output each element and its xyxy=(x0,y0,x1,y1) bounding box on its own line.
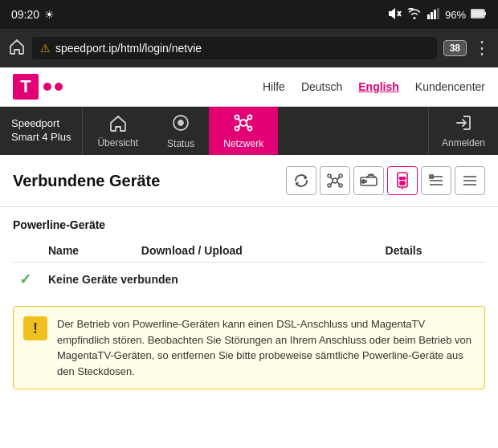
nav-netzwerk-label: Netzwerk xyxy=(223,138,263,149)
telekom-logo: T xyxy=(13,74,63,100)
browser-bar: ⚠ speedport.ip/html/login/netvie 38 ⋮ xyxy=(0,29,498,67)
svg-line-18 xyxy=(239,124,240,128)
telekom-dots xyxy=(43,83,63,91)
address-text: speedport.ip/html/login/netvie xyxy=(55,42,202,55)
warning-icon: ! xyxy=(23,316,47,340)
svg-rect-3 xyxy=(431,12,433,19)
telekom-t-icon: T xyxy=(13,74,39,100)
svg-rect-2 xyxy=(427,14,430,19)
check-icon-cell: ✓ xyxy=(13,263,42,297)
status-nav-icon xyxy=(171,113,190,136)
no-devices-cell: Keine Geräte verbunden xyxy=(42,263,485,297)
weather-icon: ☀ xyxy=(44,8,55,21)
svg-line-28 xyxy=(337,182,340,185)
battery-status: 96% xyxy=(445,9,466,21)
netzwerk-nav-icon xyxy=(233,113,254,136)
router-nav: Speedport Smart 4 Plus Übersicht Status xyxy=(0,107,498,155)
nav-netzwerk[interactable]: Netzwerk xyxy=(209,107,278,155)
status-right: 96% xyxy=(387,7,487,22)
powerline-table: Name Download / Upload Details ✓ Keine G… xyxy=(13,239,485,296)
address-bar[interactable]: ⚠ speedport.ip/html/login/netvie xyxy=(32,37,437,59)
nav-status-label: Status xyxy=(167,138,194,149)
powerline-section: Powerline-Geräte Name Download / Upload … xyxy=(0,207,498,296)
nav-ubersicht[interactable]: Übersicht xyxy=(83,107,153,155)
router-brand-text: Speedport Smart 4 Plus xyxy=(11,117,71,145)
nav-kundencenter[interactable]: Kundencenter xyxy=(415,80,485,93)
no-devices-label: Keine Geräte verbunden xyxy=(48,273,178,286)
svg-point-20 xyxy=(333,178,337,183)
svg-point-21 xyxy=(328,174,331,177)
svg-rect-7 xyxy=(471,10,484,17)
svg-point-11 xyxy=(240,120,247,126)
svg-point-24 xyxy=(339,184,342,187)
nav-ubersicht-label: Übersicht xyxy=(97,137,138,149)
mute-icon xyxy=(387,7,402,22)
warning-box: ! Der Betrieb von Powerline-Geräten kann… xyxy=(13,306,485,389)
svg-rect-30 xyxy=(362,180,365,183)
col-name-header: Name xyxy=(42,239,135,263)
home-nav-icon xyxy=(108,114,128,136)
refresh-btn[interactable] xyxy=(286,166,316,195)
check-icon: ✓ xyxy=(19,271,31,287)
tab-count[interactable]: 38 xyxy=(443,40,467,56)
col-icon-header xyxy=(13,239,42,263)
svg-point-22 xyxy=(339,174,342,177)
time: 09:20 xyxy=(11,8,39,21)
router-btn[interactable] xyxy=(353,166,384,195)
section-header: Verbundene Geräte xyxy=(0,155,498,207)
browser-home-icon[interactable] xyxy=(8,38,26,59)
section-title: Verbundene Geräte xyxy=(13,172,276,190)
topology-btn[interactable] xyxy=(320,166,350,195)
svg-line-25 xyxy=(331,177,333,180)
browser-menu-icon[interactable]: ⋮ xyxy=(473,38,490,59)
svg-point-34 xyxy=(403,177,406,180)
icon-buttons xyxy=(286,166,485,195)
nav-login-label: Anmelden xyxy=(442,137,485,149)
svg-point-23 xyxy=(328,184,331,187)
svg-rect-5 xyxy=(437,8,439,19)
svg-line-17 xyxy=(247,118,248,121)
nav-english[interactable]: English xyxy=(358,80,399,93)
list-btn[interactable] xyxy=(421,166,451,195)
col-download-header: Download / Upload xyxy=(135,239,379,263)
telekom-nav: T Hilfe Deutsch English Kundencenter xyxy=(0,67,498,107)
address-warn-icon: ⚠ xyxy=(40,42,51,55)
router-brand: Speedport Smart 4 Plus xyxy=(0,107,83,155)
no-devices-row: ✓ Keine Geräte verbunden xyxy=(13,263,485,297)
svg-line-26 xyxy=(337,177,340,180)
nav-deutsch[interactable]: Deutsch xyxy=(301,80,342,93)
battery-icon xyxy=(471,9,487,21)
svg-point-10 xyxy=(178,120,183,125)
nav-status[interactable]: Status xyxy=(153,107,209,155)
list2-btn[interactable] xyxy=(455,166,485,195)
svg-rect-35 xyxy=(400,181,405,185)
col-details-header: Details xyxy=(379,239,485,263)
svg-rect-4 xyxy=(434,10,436,19)
wifi-icon xyxy=(406,8,422,22)
status-left: 09:20 ☀ xyxy=(11,8,55,21)
svg-line-16 xyxy=(239,118,240,121)
warning-exclamation: ! xyxy=(33,320,38,337)
login-icon xyxy=(455,114,472,136)
svg-rect-8 xyxy=(484,12,486,15)
warning-text: Der Betrieb von Powerline-Geräten kann e… xyxy=(57,316,475,379)
status-bar: 09:20 ☀ 96% xyxy=(0,0,498,29)
svg-line-19 xyxy=(247,124,248,128)
nav-hilfe[interactable]: Hilfe xyxy=(263,80,285,93)
svg-line-27 xyxy=(331,182,333,185)
dot1 xyxy=(43,83,51,91)
svg-point-33 xyxy=(400,177,402,180)
powerline-btn[interactable] xyxy=(387,166,418,195)
powerline-header: Powerline-Geräte xyxy=(13,207,485,239)
nav-spacer xyxy=(278,107,428,155)
signal-icon xyxy=(427,8,440,22)
dot2 xyxy=(55,83,63,91)
nav-login[interactable]: Anmelden xyxy=(428,107,498,155)
